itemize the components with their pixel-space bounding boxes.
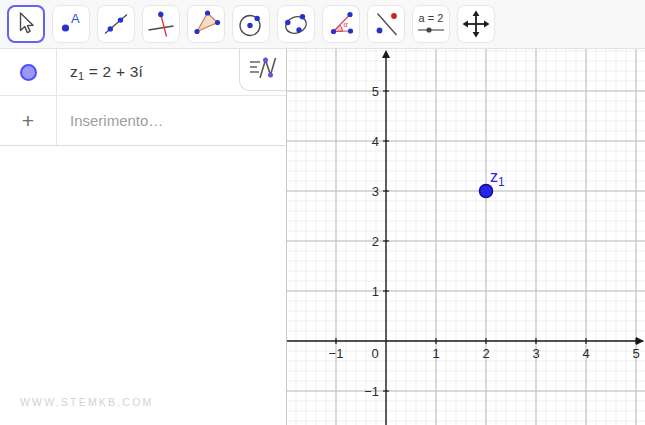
y-tick-label: 5 [372,84,379,99]
point-z1[interactable] [480,185,493,198]
toolbar: A [0,0,645,49]
equation-value: = 2 + 3í [89,63,143,80]
x-tick-label: 1 [432,346,439,361]
x-tick-label: 4 [582,346,589,361]
tool-button-slider[interactable]: a = 2 [412,5,450,43]
x-tick-label: 2 [482,346,489,361]
algebra-style-icon [246,53,280,87]
svg-text:α: α [344,20,349,29]
watermark: WWW.STEMKB.COM [20,396,153,408]
equation-subscript: 1 [78,70,84,82]
perpendicular-line-icon [146,9,176,39]
algebra-input-row[interactable]: + Inserimento… [0,96,286,146]
coordinate-plane[interactable]: −1012345−112345z1 [287,49,645,425]
x-tick-label: −1 [329,346,344,361]
reflection-icon [371,9,401,39]
tool-button-move-graphics[interactable] [457,5,495,43]
tool-button-line[interactable] [97,5,135,43]
algebra-style-button[interactable] [239,49,286,91]
tool-button-ellipse[interactable] [277,5,315,43]
object-visibility-toggle[interactable] [20,64,37,81]
tool-button-reflection[interactable] [367,5,405,43]
tool-button-polygon[interactable] [187,5,225,43]
x-tick-label: 3 [532,346,539,361]
algebra-panel: z1 = 2 + 3í + Inserimento… WWW.STEMKB.CO… [0,49,287,425]
y-tick-label: −1 [364,384,379,399]
x-tick-label: 0 [371,346,378,361]
angle-icon: α [326,9,356,39]
input-add-cell[interactable]: + [0,96,57,145]
move-graphics-icon [461,9,491,39]
algebra-input-placeholder[interactable]: Inserimento… [70,112,163,129]
point-icon: A [56,9,86,39]
tool-button-angle[interactable]: α [322,5,360,43]
plus-icon[interactable]: + [22,110,34,131]
slider-icon-label: a = 2 [419,13,444,24]
circle-icon [236,9,266,39]
y-tick-label: 4 [372,134,379,149]
graphics-view[interactable]: −1012345−112345z1 [287,49,645,425]
y-tick-label: 2 [372,234,379,249]
y-tick-label: 3 [372,184,379,199]
tool-button-circle[interactable] [232,5,270,43]
tool-button-perpendicular-line[interactable] [142,5,180,43]
equation-z1: z1 = 2 + 3í [70,63,143,82]
x-tick-label: 5 [632,346,639,361]
svg-text:A: A [71,11,80,26]
ellipse-icon [281,9,311,39]
y-tick-label: 1 [372,284,379,299]
tool-button-point[interactable]: A [52,5,90,43]
cursor-icon [11,9,41,39]
polygon-icon [191,9,221,39]
object-visibility-cell[interactable] [0,49,57,95]
slider-icon [416,25,446,35]
line-icon [101,9,131,39]
tool-button-move[interactable] [7,5,45,43]
equation-variable: z [70,63,78,80]
